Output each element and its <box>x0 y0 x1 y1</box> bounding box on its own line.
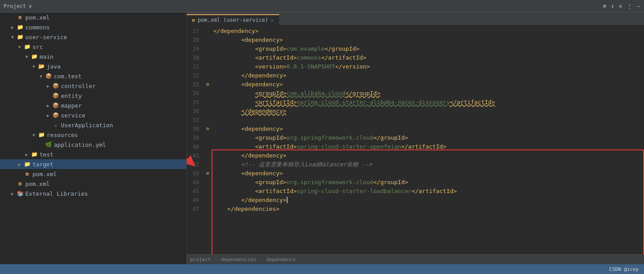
tree-label: entity <box>61 93 82 99</box>
tree-item-user-service[interactable]: ▼ 📁 user-service <box>0 32 186 42</box>
tree-label: application.yml <box>54 141 106 148</box>
line-number: 34 <box>187 89 204 98</box>
line-bookmark: ⚙ <box>204 80 212 89</box>
tree-item-main[interactable]: ▼ 📁 main <box>0 52 186 61</box>
tree-item-mapper[interactable]: ▶ 📦 mapper <box>0 101 186 110</box>
editor-tab-pom[interactable]: m pom.xml (user-service) ✕ <box>187 14 279 25</box>
line-number: 30 <box>187 53 204 62</box>
tree-label: target <box>32 161 53 168</box>
tree-item-commons[interactable]: ▶ 📁 commons <box>0 22 186 32</box>
tree-label: src <box>32 44 43 50</box>
tree-item-resources[interactable]: ▼ 📁 resources <box>0 130 186 140</box>
tree-label: UserApplication <box>61 122 113 129</box>
package-icon: 📦 <box>52 102 60 109</box>
breadcrumb-sep-2: > <box>260 257 263 262</box>
line-bookmark: ⚙ <box>204 169 212 178</box>
tree-item-controller[interactable]: ▶ 📦 controller <box>0 81 186 91</box>
folder-icon: 📂 <box>37 63 45 70</box>
code-line-42: 42 <!-- 这里需要单独导入LoadBalancer依赖 --> <box>187 160 644 169</box>
line-number: 37 <box>187 116 204 125</box>
arrow-icon: ▶ <box>44 103 52 108</box>
tree-label: controller <box>61 83 96 89</box>
window-controls[interactable]: ⊕ ↕ ✕ ⋮ — <box>603 3 640 9</box>
tree-item-service[interactable]: ▶ 📦 service <box>0 110 186 120</box>
code-line-36: 36 </dependency> <box>187 107 644 116</box>
line-content: </dependency> <box>212 196 644 205</box>
arrow-icon: ▼ <box>30 133 37 137</box>
editor-area: m pom.xml (user-service) ✕ 27 <box>187 12 644 264</box>
tree-item-test[interactable]: ▶ 📁 test <box>0 149 186 159</box>
code-line-39: 39 <groupId>org.springframework.cloud</g… <box>187 133 644 142</box>
breadcrumb-sep-1: > <box>214 257 217 262</box>
tree-item-target[interactable]: ▶ 📁 target <box>0 159 186 169</box>
line-content: </dependency> <box>212 107 644 116</box>
code-line-29: 29 <groupId>com.example</groupId> <box>187 44 644 53</box>
line-number: 41 <box>187 151 204 160</box>
code-line-34: 34 <groupId>com.alibaba.cloud</groupId> <box>187 89 644 98</box>
more-icon[interactable]: ⋮ <box>627 3 632 9</box>
line-number: 40 <box>187 142 204 151</box>
line-content: <version>0.0.1-SNAPSHOT</version> <box>212 62 644 71</box>
tab-bar: m pom.xml (user-service) ✕ <box>187 12 644 25</box>
breadcrumb-dependencies: dependencies <box>221 257 256 262</box>
code-line-40: 40 <artifactId>spring-cloud-starter-open… <box>187 142 644 151</box>
arrow-icon: ▼ <box>9 35 16 40</box>
arrow-icon: ▶ <box>44 113 52 118</box>
add-icon[interactable]: ⊕ <box>603 3 607 9</box>
tree-item-pom-root[interactable]: m pom.xml <box>0 12 186 22</box>
line-content: <groupId>org.springframework.cloud</grou… <box>212 178 644 187</box>
code-line-43: 43 ⚙ <dependency> <box>187 169 644 178</box>
tree-item-com-test[interactable]: ▼ 📦 com.test <box>0 71 186 81</box>
tree-label: pom.xml <box>25 14 50 21</box>
line-number: 45 <box>187 187 204 196</box>
folder-icon: 📁 <box>23 161 31 168</box>
swap-icon[interactable]: ↕ <box>611 3 615 9</box>
line-number: 36 <box>187 107 204 116</box>
tree-label: pom.xml <box>32 171 57 177</box>
close-icon[interactable]: ✕ <box>619 3 622 9</box>
library-icon: 📚 <box>16 190 24 197</box>
status-label: CSDN @icoy <box>609 266 639 272</box>
line-number: 29 <box>187 44 204 53</box>
arrow-icon: ▼ <box>16 44 23 49</box>
tree-item-java[interactable]: ▼ 📂 java <box>0 61 186 71</box>
code-line-47: 47 </dependencies> <box>187 205 644 214</box>
tree-item-pom-user[interactable]: m pom.xml <box>0 169 186 179</box>
code-line-45: 45 <artifactId>spring-cloud-starter-load… <box>187 187 644 196</box>
line-number: 42 <box>187 160 204 169</box>
maven-icon: m <box>23 170 31 177</box>
line-content: <groupId>com.example</groupId> <box>212 44 644 53</box>
arrow-icon: ▶ <box>9 25 16 30</box>
tree-item-user-application[interactable]: ☕ UserApplication <box>0 120 186 130</box>
tree-item-src[interactable]: ▼ 📁 src <box>0 42 186 52</box>
line-content: <dependency> <box>212 80 644 89</box>
code-editor[interactable]: 27 </dependency> 28 <dependency> 29 <gro… <box>187 25 644 254</box>
breadcrumb-dependency: dependency <box>266 257 296 262</box>
tree-label: user-service <box>25 34 67 40</box>
tree-item-entity[interactable]: 📦 entity <box>0 91 186 101</box>
arrow-icon: ▶ <box>23 152 30 157</box>
bottom-bar: project > dependencies > dependency <box>187 254 644 264</box>
line-number: 35 <box>187 98 204 107</box>
class-icon: ☕ <box>52 121 60 129</box>
main-layout: m pom.xml ▶ 📁 commons ▼ 📁 user-service ▼… <box>0 12 644 264</box>
tab-label: pom.xml (user-service) <box>198 17 268 23</box>
tree-item-external-libraries[interactable]: ▶ 📚 External Libraries <box>0 189 186 198</box>
code-line-38: 38 ⚙ <dependency> <box>187 125 644 133</box>
tree-item-application-yml[interactable]: 🌿 application.yml <box>0 140 186 149</box>
code-line-44: 44 <groupId>org.springframework.cloud</g… <box>187 178 644 187</box>
code-line-27: 27 </dependency> <box>187 27 644 36</box>
line-content: <dependency> <box>212 125 644 133</box>
code-line-32: 32 </dependency> <box>187 71 644 80</box>
code-line-46: 46 </dependency> <box>187 196 644 205</box>
code-line-37: 37 <box>187 116 644 125</box>
project-title[interactable]: Project ∨ <box>4 3 32 9</box>
maven-icon: m <box>16 180 24 187</box>
tab-close-button[interactable]: ✕ <box>271 18 274 23</box>
tree-item-pom-main[interactable]: m pom.xml <box>0 179 186 189</box>
minimize-icon[interactable]: — <box>637 3 640 9</box>
folder-icon: 📁 <box>37 131 45 138</box>
sidebar[interactable]: m pom.xml ▶ 📁 commons ▼ 📁 user-service ▼… <box>0 12 187 264</box>
line-content: <artifactId>commons</artifactId> <box>212 53 644 62</box>
line-number: 47 <box>187 205 204 214</box>
